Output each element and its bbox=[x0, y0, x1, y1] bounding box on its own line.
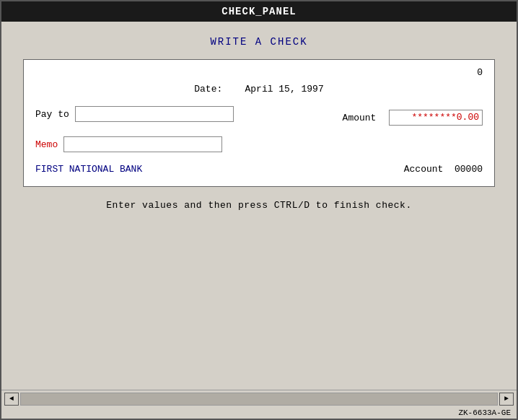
write-check-heading: WRITE A CHECK bbox=[210, 36, 307, 48]
memo-row: Memo bbox=[35, 136, 483, 152]
amount-value: ********0.00 bbox=[389, 110, 483, 126]
payto-amount-row: Pay to Amount ********0.00 bbox=[35, 106, 483, 129]
amount-label: Amount bbox=[343, 113, 377, 123]
account-label: Account bbox=[404, 164, 444, 175]
date-label: Date: bbox=[194, 84, 222, 95]
scroll-left-button[interactable]: ◄ bbox=[4, 393, 19, 406]
payto-input[interactable] bbox=[75, 106, 234, 122]
title-bar: CHECK_PANEL bbox=[1, 1, 517, 22]
check-number: 0 bbox=[35, 67, 483, 78]
check-bottom-row: FIRST NATIONAL BANK Account 00000 bbox=[35, 164, 483, 175]
check-date-row: Date: April 15, 1997 bbox=[35, 84, 483, 95]
bank-name: FIRST NATIONAL BANK bbox=[35, 164, 142, 175]
title-label: CHECK_PANEL bbox=[221, 6, 296, 17]
main-content: WRITE A CHECK 0 Date: April 15, 1997 Pay… bbox=[1, 22, 517, 390]
amount-row: Amount ********0.00 bbox=[343, 110, 483, 126]
memo-label: Memo bbox=[35, 139, 58, 150]
payto-row: Pay to bbox=[35, 106, 234, 122]
account-number: 00000 bbox=[455, 164, 483, 175]
check-panel: 0 Date: April 15, 1997 Pay to Amount ***… bbox=[23, 59, 495, 187]
memo-input[interactable] bbox=[63, 136, 222, 152]
scrollbar: ◄ ► bbox=[1, 390, 517, 407]
watermark: ZK-6633A-GE bbox=[1, 407, 517, 419]
payto-label: Pay to bbox=[35, 109, 69, 120]
right-arrow-icon: ► bbox=[504, 395, 509, 403]
left-arrow-icon: ◄ bbox=[9, 395, 14, 403]
scroll-track[interactable] bbox=[20, 393, 498, 406]
scroll-right-button[interactable]: ► bbox=[499, 393, 514, 406]
date-value: April 15, 1997 bbox=[245, 84, 324, 95]
instruction-text: Enter values and then press CTRL/D to fi… bbox=[106, 200, 411, 211]
account-info: Account 00000 bbox=[404, 164, 483, 175]
